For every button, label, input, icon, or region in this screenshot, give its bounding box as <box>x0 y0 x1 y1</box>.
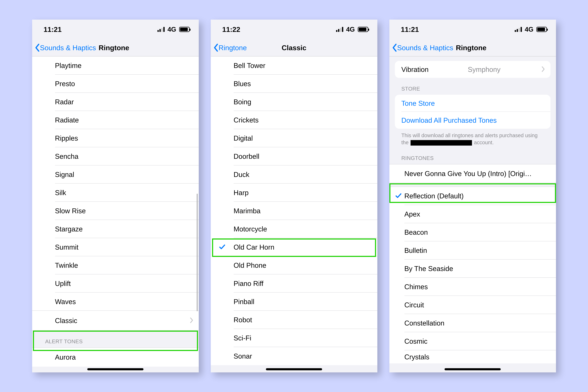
ringtone-row[interactable]: Presto <box>32 74 199 93</box>
tone-row[interactable]: Bell Tower <box>211 56 377 74</box>
home-indicator[interactable] <box>266 368 322 370</box>
status-time: 11:21 <box>44 25 62 34</box>
tone-row[interactable]: Blues <box>211 74 377 93</box>
store-footer-note: This will download all ringtones and ale… <box>390 129 556 146</box>
ringtone-row[interactable]: Circuit <box>390 296 556 314</box>
ringtone-row[interactable]: Beacon <box>390 223 556 241</box>
ringtone-row[interactable]: Sencha <box>32 147 199 166</box>
tone-row[interactable]: Duck <box>211 166 377 184</box>
status-time: 11:22 <box>222 25 240 34</box>
tone-row[interactable]: Pinball <box>211 292 377 311</box>
ringtone-row[interactable]: Cosmic <box>390 332 556 350</box>
scrollbar[interactable] <box>197 194 198 311</box>
battery-icon <box>536 27 547 32</box>
ringtone-row[interactable]: Twinkle <box>32 256 199 274</box>
check-icon <box>395 192 402 199</box>
chevron-left-icon <box>392 44 397 52</box>
ringtone-row[interactable]: Silk <box>32 184 199 202</box>
battery-icon <box>179 27 190 32</box>
ringtone-settings-scroll[interactable]: Vibration Symphony STORE Tone Store Down… <box>390 56 556 372</box>
classic-row[interactable]: Classic <box>32 311 199 330</box>
back-label: Sounds & Haptics <box>40 44 96 52</box>
tone-row[interactable]: Crickets <box>211 111 377 129</box>
back-label: Sounds & Haptics <box>397 44 453 52</box>
tone-store-row[interactable]: Tone Store <box>395 95 550 112</box>
ringtone-list-scroll[interactable]: Playtime Presto Radar Radiate Ripples Se… <box>32 56 199 372</box>
battery-icon <box>358 27 368 32</box>
check-icon <box>218 243 226 250</box>
vibration-value: Symphony <box>468 66 502 74</box>
home-indicator[interactable] <box>444 368 501 370</box>
signal-icon <box>336 27 343 32</box>
purchased-group: Never Gonna Give You Up (Intro) [Origi… <box>390 164 556 183</box>
ringtone-row-selected[interactable]: Reflection (Default) <box>390 187 556 205</box>
vibration-group: Vibration Symphony <box>395 61 550 78</box>
tone-row[interactable]: Marimba <box>211 202 377 220</box>
back-button[interactable]: Sounds & Haptics <box>392 44 453 52</box>
nav-title: Ringtone <box>99 44 129 52</box>
download-all-row[interactable]: Download All Purchased Tones <box>395 112 550 129</box>
chevron-right-icon <box>542 66 545 74</box>
redacted-account <box>410 140 472 146</box>
ringtone-row[interactable]: Waves <box>32 292 199 311</box>
ringtone-row[interactable]: Slow Rise <box>32 202 199 220</box>
status-bar: 11:21 4G <box>32 20 199 39</box>
network-label: 4G <box>346 26 355 33</box>
back-button[interactable]: Sounds & Haptics <box>35 44 96 52</box>
tone-row[interactable]: Harp <box>211 184 377 202</box>
ringtone-row[interactable]: Playtime <box>32 56 199 74</box>
network-label: 4G <box>168 26 176 33</box>
home-indicator[interactable] <box>87 368 144 370</box>
ringtone-row[interactable]: Ripples <box>32 129 199 147</box>
purchased-ringtone-row[interactable]: Never Gonna Give You Up (Intro) [Origi… <box>390 164 556 183</box>
signal-icon <box>515 27 522 32</box>
tone-row[interactable]: Sonar <box>211 347 377 365</box>
ringtone-row[interactable]: Apex <box>390 205 556 223</box>
status-bar: 11:22 4G <box>211 20 377 39</box>
nav-title: Ringtone <box>456 44 486 52</box>
ringtone-row[interactable]: Crystals <box>390 350 556 364</box>
ringtone-row[interactable]: By The Seaside <box>390 260 556 278</box>
phone-screen-2: 11:22 4G Ringtone Classic Bell Tower Blu… <box>211 20 377 372</box>
chevron-left-icon <box>214 44 218 52</box>
tone-row[interactable]: Digital <box>211 129 377 147</box>
ringtone-row[interactable]: Bulletin <box>390 241 556 260</box>
alert-tones-header: ALERT TONES <box>32 330 199 348</box>
ringtone-row[interactable]: Signal <box>32 166 199 184</box>
nav-bar: Sounds & Haptics Ringtone <box>390 39 556 56</box>
tone-row[interactable]: Motorcycle <box>211 220 377 238</box>
network-label: 4G <box>525 26 534 33</box>
alert-tone-row[interactable]: Aurora <box>32 348 199 367</box>
store-header: STORE <box>390 78 556 95</box>
chevron-right-icon <box>190 316 193 324</box>
tone-row[interactable]: Sci-Fi <box>211 329 377 347</box>
ringtone-row[interactable]: Constellation <box>390 314 556 332</box>
back-label: Ringtone <box>218 44 247 52</box>
status-time: 11:21 <box>401 25 419 34</box>
status-bar: 11:21 4G <box>390 20 556 39</box>
back-button[interactable]: Ringtone <box>214 44 247 52</box>
tone-row[interactable]: Robot <box>211 311 377 329</box>
nav-title: Classic <box>282 44 306 52</box>
tone-row-selected[interactable]: Old Car Horn <box>211 238 377 256</box>
classic-list-scroll[interactable]: Bell Tower Blues Boing Crickets Digital … <box>211 56 377 372</box>
nav-bar: Ringtone Classic <box>211 39 377 56</box>
chevron-left-icon <box>35 44 40 52</box>
store-group: Tone Store Download All Purchased Tones <box>395 95 550 129</box>
ringtone-row[interactable]: Stargaze <box>32 220 199 238</box>
tone-row[interactable]: Old Phone <box>211 256 377 274</box>
vibration-row[interactable]: Vibration Symphony <box>395 61 550 78</box>
tone-row[interactable]: Piano Riff <box>211 274 377 292</box>
ringtone-row[interactable]: Summit <box>32 238 199 256</box>
ringtone-row[interactable]: Uplift <box>32 274 199 292</box>
ringtone-row[interactable]: Chimes <box>390 278 556 296</box>
phone-screen-1: 11:21 4G Sounds & Haptics Ringtone Playt… <box>32 20 199 372</box>
ringtone-row[interactable]: Radar <box>32 93 199 111</box>
ringtone-row[interactable]: Radiate <box>32 111 199 129</box>
nav-bar: Sounds & Haptics Ringtone <box>32 39 199 56</box>
tone-row[interactable]: Boing <box>211 93 377 111</box>
ringtones-group: Reflection (Default) Apex Beacon Bulleti… <box>390 186 556 364</box>
tone-row[interactable]: Doorbell <box>211 147 377 166</box>
phone-screen-3: 11:21 4G Sounds & Haptics Ringtone Vibra… <box>390 20 556 372</box>
signal-icon <box>158 27 165 32</box>
